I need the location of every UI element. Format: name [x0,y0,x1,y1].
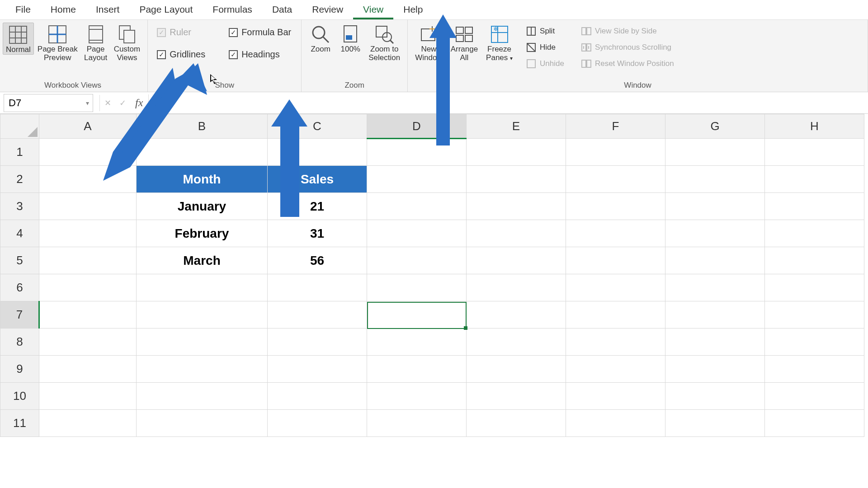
col-header-e[interactable]: E [467,114,566,139]
new-window-label: New Window [415,45,442,62]
svg-rect-0 [9,26,27,43]
cancel-icon: ✕ [104,98,111,108]
svg-line-14 [323,37,329,42]
checkbox-icon: ✓ [229,28,238,37]
arrange-all-label: Arrange All [451,45,478,62]
cell-c5[interactable]: 56 [268,247,367,274]
cell-c3[interactable]: 21 [268,193,367,220]
col-header-h[interactable]: H [765,114,864,139]
checkbox-icon: ✓ [157,28,166,37]
tab-insert[interactable]: Insert [86,0,130,19]
tab-view[interactable]: View [353,0,393,19]
group-workbook-views: Normal Page Break Preview [0,20,148,92]
col-header-a[interactable]: A [39,114,137,139]
cell-c4[interactable]: 31 [268,220,367,247]
fx-icon[interactable]: fx [135,97,143,109]
cell-b4[interactable]: February [137,220,268,247]
tab-help[interactable]: Help [393,0,433,19]
split-label: Split [540,27,555,36]
select-all-corner[interactable] [0,114,39,139]
formula-bar-row: D7 ✕ ✓ fx [0,92,868,114]
col-header-c[interactable]: C [268,114,367,139]
new-window-icon [419,24,439,44]
checkbox-icon: ✓ [229,50,238,59]
row-header-4[interactable]: 4 [0,220,39,247]
formula-input[interactable] [148,94,868,112]
tab-review[interactable]: Review [302,0,353,19]
row-header-10[interactable]: 10 [0,383,39,410]
row-header-1[interactable]: 1 [0,139,39,166]
enter-icon: ✓ [119,98,126,108]
custom-views-button[interactable]: Custom Views [111,23,143,62]
zoom-100-button[interactable]: 100% [336,23,365,54]
row-header-3[interactable]: 3 [0,193,39,220]
ribbon: Normal Page Break Preview [0,20,868,92]
tabs-bar: File Home Insert Page Layout Formulas Da… [0,0,868,20]
window-group-label: Window [412,80,863,91]
hide-icon [526,42,536,52]
cell-b5[interactable]: March [137,247,268,274]
page-100-icon [340,24,360,44]
reset-pos-label: Reset Window Position [595,59,674,68]
row-header-5[interactable]: 5 [0,247,39,274]
col-header-f[interactable]: F [566,114,665,139]
ruler-label: Ruler [170,27,191,38]
gridlines-checkbox[interactable]: ✓ Gridlines [157,49,205,60]
reset-pos-icon [581,59,591,69]
row-header-8[interactable]: 8 [0,328,39,356]
zoom-label: Zoom [311,45,330,54]
row-header-6[interactable]: 6 [0,274,39,301]
headings-label: Headings [241,49,280,60]
formula-bar-checkbox[interactable]: ✓ Formula Bar [229,27,291,38]
col-header-b[interactable]: B [137,114,268,139]
page-layout-button[interactable]: Page Layout [81,23,110,62]
svg-point-13 [313,27,325,38]
arrange-all-button[interactable]: Arrange All [448,23,481,62]
custom-views-label: Custom Views [114,45,141,62]
cell-c2[interactable]: Sales [268,166,367,193]
new-window-button[interactable]: New Window [412,23,445,62]
chevron-down-icon: ▾ [510,55,513,61]
page-break-preview-button[interactable]: Page Break Preview [35,23,80,62]
cell-b2[interactable]: Month [137,166,268,193]
tab-file[interactable]: File [5,0,41,19]
side-by-side-icon [581,26,591,36]
sync-scroll-label: Synchronous Scrolling [595,43,671,52]
row-header-9[interactable]: 9 [0,356,39,383]
svg-line-19 [390,40,393,43]
hide-button[interactable]: Hide [523,41,568,54]
row-header-11[interactable]: 11 [0,410,39,437]
tab-page-layout[interactable]: Page Layout [129,0,203,19]
page-layout-icon [86,24,106,44]
normal-view-button[interactable]: Normal [3,23,34,55]
split-button[interactable]: Split [523,24,568,38]
row-header-7[interactable]: 7 [0,301,39,328]
spreadsheet[interactable]: A B C D E F G H 1 2 Month Sales 3 Januar… [0,114,868,437]
grid-icon [8,25,28,45]
side-by-side-label: View Side by Side [595,27,657,36]
col-header-d[interactable]: D [367,114,467,139]
headings-checkbox[interactable]: ✓ Headings [229,49,291,60]
cell-b3[interactable]: January [137,193,268,220]
row-header-2[interactable]: 2 [0,166,39,193]
svg-rect-36 [582,28,586,35]
cell-d7[interactable] [367,301,467,328]
tab-data[interactable]: Data [262,0,302,19]
gridlines-label: Gridlines [170,49,205,60]
zoom-to-selection-button[interactable]: Zoom to Selection [366,23,403,62]
svg-rect-35 [527,60,535,68]
freeze-panes-button[interactable]: ❄ Freeze Panes ▾ [483,23,515,62]
tab-home[interactable]: Home [41,0,86,19]
page-layout-label: Page Layout [84,45,107,62]
zoom-100-label: 100% [340,45,360,54]
normal-label: Normal [6,46,31,54]
col-header-g[interactable]: G [665,114,765,139]
arrange-icon [454,24,474,44]
name-box[interactable]: D7 [4,94,93,112]
svg-rect-17 [376,26,387,37]
svg-rect-12 [124,30,135,43]
svg-marker-42 [28,127,38,137]
zoom-button[interactable]: Zoom [306,23,335,54]
svg-line-34 [527,43,535,52]
tab-formulas[interactable]: Formulas [203,0,262,19]
